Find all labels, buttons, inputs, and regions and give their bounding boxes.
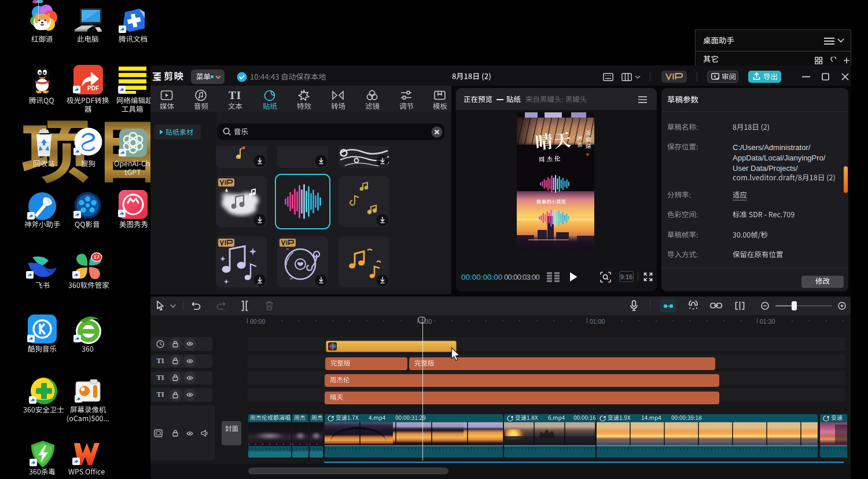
svg-text:PDF: PDF xyxy=(87,85,99,92)
svg-text:17: 17 xyxy=(94,254,100,260)
